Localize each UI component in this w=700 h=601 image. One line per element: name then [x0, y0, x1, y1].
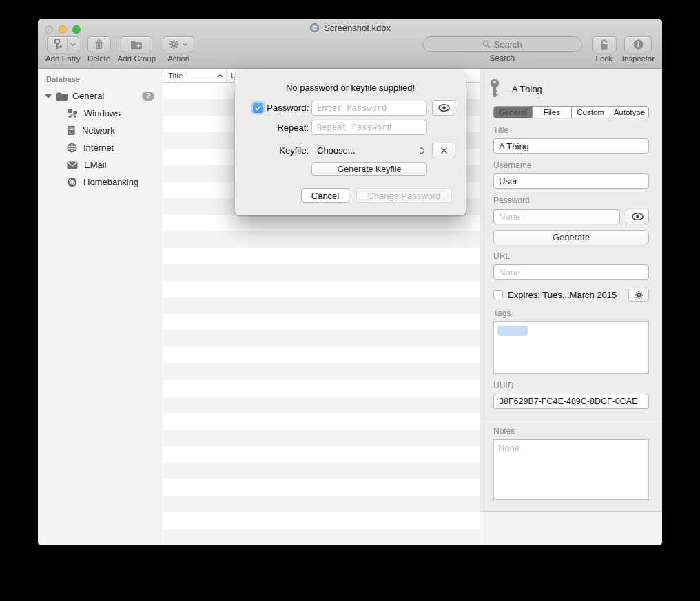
- column-title-label: Title: [168, 72, 183, 80]
- search-label: Search: [489, 54, 514, 62]
- trash-icon: [94, 39, 103, 50]
- entry-count-badge: 2: [142, 92, 154, 101]
- key-icon: [488, 78, 502, 99]
- password-field[interactable]: [493, 209, 620, 224]
- action-toolbar-item: Action: [163, 36, 194, 63]
- add-group-label: Add Group: [118, 54, 156, 63]
- window-title-bar: Screenshot.kdbx: [38, 23, 662, 33]
- clear-keyfile-button[interactable]: [432, 143, 455, 158]
- action-button[interactable]: [163, 36, 194, 52]
- url-field-label: URL: [493, 251, 649, 261]
- chevron-down-icon: [183, 43, 188, 46]
- reveal-password-button[interactable]: [626, 209, 649, 224]
- globe-icon: [67, 143, 77, 153]
- screenshot-stage: Screenshot.kdbx: [0, 0, 700, 601]
- sidebar-item-email[interactable]: EMail: [38, 156, 163, 173]
- notes-field[interactable]: [493, 439, 649, 500]
- tags-field[interactable]: [493, 321, 649, 374]
- notes-label: Notes: [493, 426, 649, 436]
- inspector-entry-header: A Thing: [480, 69, 662, 106]
- inspector-footer: [480, 511, 662, 545]
- keyfile-popup-button[interactable]: Choose...: [311, 145, 427, 156]
- lock-label: Lock: [596, 54, 612, 63]
- uuid-field[interactable]: [493, 394, 649, 409]
- tab-general[interactable]: General: [494, 107, 533, 118]
- reveal-password-button[interactable]: [432, 100, 455, 116]
- uuid-label: UUID: [493, 381, 649, 390]
- repeat-row: Repeat:: [235, 120, 466, 135]
- sidebar-item-network[interactable]: Network: [38, 122, 163, 139]
- generate-password-button[interactable]: Generate: [493, 230, 649, 244]
- tag-pill[interactable]: [497, 326, 528, 336]
- search-input[interactable]: Search: [422, 36, 582, 52]
- sidebar-item-homebanking[interactable]: Homebanking: [38, 173, 163, 191]
- checkmark-icon: [255, 105, 261, 111]
- envelope-icon: [67, 161, 78, 169]
- folder-plus-icon: [130, 40, 143, 50]
- gear-icon: [169, 39, 179, 50]
- app-window: Screenshot.kdbx: [38, 19, 662, 545]
- inspector-panel: A Thing General Files Custom Autotype Ti…: [480, 69, 662, 545]
- add-group-button[interactable]: [121, 36, 152, 52]
- unlocked-padlock-icon: [599, 39, 609, 50]
- sidebar: Database General 2: [38, 69, 163, 545]
- inspector-label: Inspector: [622, 54, 655, 63]
- sidebar-item-label: General: [72, 91, 104, 101]
- dialog-message: No password or keyfile supplied!: [235, 83, 466, 93]
- password-checkbox[interactable]: [253, 103, 263, 113]
- sidebar-item-label: Internet: [83, 143, 114, 153]
- title-field[interactable]: [493, 138, 649, 154]
- enter-password-input[interactable]: [311, 101, 427, 116]
- delete-toolbar-item: Delete: [88, 36, 111, 63]
- repeat-label: Repeat:: [277, 123, 309, 133]
- title-field-label: Title: [493, 125, 649, 135]
- popup-stepper-icon: [419, 147, 424, 155]
- delete-label: Delete: [88, 54, 110, 63]
- lock-button[interactable]: [592, 36, 617, 52]
- window-title: Screenshot.kdbx: [324, 23, 391, 33]
- sidebar-item-windows[interactable]: Windows: [38, 105, 163, 122]
- expires-checkbox[interactable]: [493, 290, 503, 299]
- disclosure-triangle-icon[interactable]: [45, 94, 52, 98]
- lock-toolbar-item: Lock: [592, 36, 617, 63]
- password-row: Password:: [235, 100, 466, 116]
- add-entry-dropdown[interactable]: [67, 37, 78, 52]
- expires-row: Expires: Tues...March 2015: [493, 288, 649, 302]
- password-label: Password:: [267, 103, 309, 113]
- keyfile-row: Keyfile: Choose...: [235, 143, 466, 158]
- repeat-password-input[interactable]: [311, 120, 427, 135]
- sidebar-item-label: Windows: [84, 108, 121, 118]
- folder-icon: [56, 92, 68, 101]
- action-label: Action: [167, 54, 189, 63]
- tab-custom[interactable]: Custom: [572, 107, 610, 118]
- generate-keyfile-button[interactable]: Generate Keyfile: [311, 162, 427, 176]
- column-header-title[interactable]: Title: [163, 69, 227, 82]
- sidebar-item-general[interactable]: General 2: [38, 87, 163, 105]
- gear-icon: [635, 291, 644, 299]
- add-group-toolbar-item: Add Group: [118, 36, 156, 63]
- delete-button[interactable]: [88, 36, 111, 52]
- add-entry-button[interactable]: [47, 36, 79, 52]
- tab-files[interactable]: Files: [533, 107, 571, 118]
- password-field-label: Password: [493, 196, 649, 205]
- sidebar-item-internet[interactable]: Internet: [38, 139, 163, 156]
- eye-icon: [438, 104, 450, 112]
- window-chrome: Screenshot.kdbx: [38, 19, 662, 69]
- cancel-button[interactable]: Cancel: [301, 188, 349, 203]
- username-field[interactable]: [493, 173, 649, 189]
- expires-settings-button[interactable]: [628, 288, 649, 302]
- inspector-button[interactable]: [624, 36, 652, 52]
- change-password-button[interactable]: Change Password: [356, 188, 452, 203]
- windows-icon: [67, 109, 78, 118]
- info-icon: [633, 39, 644, 50]
- sort-ascending-icon: [217, 74, 223, 78]
- url-field[interactable]: [493, 264, 649, 280]
- tab-autotype[interactable]: Autotype: [610, 107, 648, 118]
- key-plus-icon: [48, 39, 68, 50]
- search-icon: [482, 40, 491, 48]
- sidebar-item-label: Homebanking: [83, 177, 138, 187]
- dialog-actions: Cancel Change Password: [301, 188, 466, 203]
- change-password-dialog: No password or keyfile supplied! Passwor…: [235, 71, 466, 215]
- keyfile-popup-value: Choose...: [317, 145, 356, 156]
- inspector-entry-title: A Thing: [512, 84, 542, 94]
